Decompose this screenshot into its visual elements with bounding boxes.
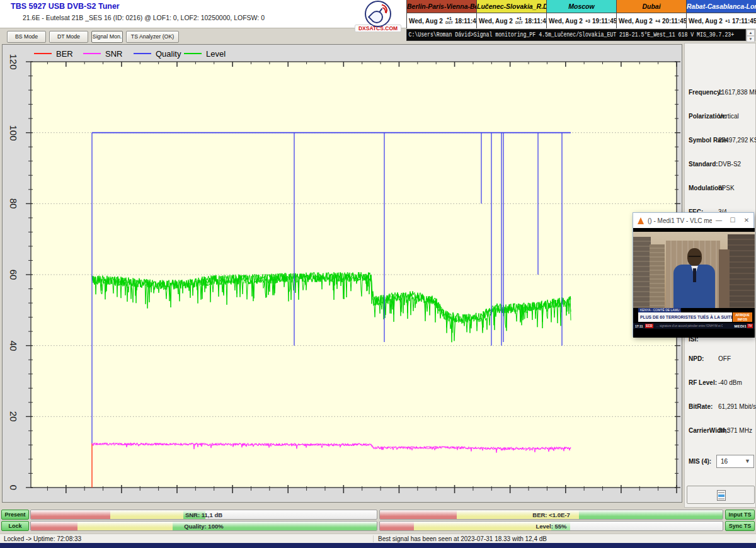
ticker-time: 17:11 — [635, 324, 643, 328]
clock-city-name: Lučenec-Slovakia_R.Dávid — [477, 0, 546, 13]
app-title: TBS 5927 USB DVB-S2 Tuner — [11, 2, 120, 11]
param-row-symbolrate: Symbol Rate:27497,292 KS/s — [685, 137, 756, 146]
clock-utc-offset: +1 — [725, 19, 730, 23]
mis-label: MIS (4): — [689, 458, 711, 465]
vlc-window-title: () - Medi1 TV - VLC medi... — [648, 217, 712, 224]
legend-item-snr: SNR — [83, 49, 122, 59]
vlc-cone-icon — [638, 217, 644, 224]
tab-dt-mode[interactable]: DT Mode — [49, 31, 88, 43]
clock-widget: Lučenec-Slovakia_R.Dávid Wed, Aug 2 +1DS… — [476, 0, 546, 28]
command-prompt-text: C:\Users\Roman Dávid>Signal monitoring_P… — [407, 30, 684, 40]
y-tick-label: 60 — [8, 270, 19, 280]
quality-bar: Quality: 100% — [30, 521, 377, 531]
present-button[interactable]: Present — [1, 510, 29, 520]
clock-date: Wed, Aug 2 — [619, 18, 653, 25]
legend-swatch — [34, 53, 52, 54]
clock-time-row: Wed, Aug 2 +1DST 18:11:45 — [477, 13, 546, 28]
legend-item-ber: BER — [34, 49, 73, 59]
mis-dropdown[interactable]: 16 ▼ — [716, 455, 754, 468]
input-ts-button[interactable]: Input TS — [725, 510, 755, 520]
status-bar: Locked -> Uptime: 72:08:33 Best signal h… — [0, 534, 756, 543]
clock-time-row: Wed, Aug 2 +1DST 18:11:45 — [407, 13, 476, 28]
clock-city-name: Moscow — [547, 0, 616, 13]
y-tick-label: 80 — [8, 198, 19, 209]
param-row-frequency: Frequency:11617,838 MHz — [685, 89, 756, 98]
param-row-carrierwidth: CarrierWidth:34,371 MHz — [685, 427, 756, 436]
clock-date: Wed, Aug 2 — [409, 18, 443, 25]
taskbar-strip — [0, 543, 756, 548]
tab-ts-analyzer-ok-[interactable]: TS Analyzer (OK) — [126, 31, 179, 43]
clock-utc-offset: +1DST — [445, 16, 453, 25]
lock-uptime-status: Locked -> Uptime: 72:08:33 — [4, 535, 81, 543]
clock-date: Wed, Aug 2 — [549, 18, 583, 25]
clock-time: 20:11:45 — [662, 18, 687, 25]
clock-time: 19:11:45 — [592, 18, 617, 25]
param-row-polarization: Polarization:Vertical — [685, 113, 756, 122]
stream-stack-icon — [717, 490, 726, 501]
clock-time-row: Wed, Aug 2 +3 19:11:45 — [547, 13, 616, 28]
clock-city-name: Berlin-Paris-Vienna-Belgrade — [407, 0, 476, 13]
vlc-region-strip: KENYA - COMTÉ DE LAMU — [638, 308, 681, 312]
vlc-afrique-infos-tag: AFRIQUEINFOS — [733, 312, 752, 322]
ticker-category-badge: ECO — [645, 324, 654, 328]
clock-time: 17:11:45 — [732, 18, 756, 25]
clock-time-row: Wed, Aug 2 +1 17:11:45 — [687, 13, 756, 28]
param-row-standard: Standard:DVB-S2 — [685, 161, 756, 169]
clock-widget: Dubai Wed, Aug 2 +4 20:11:45 — [616, 0, 686, 28]
vlc-headline-banner: PLUS DE 60 TERRORISTES TUÉS À LA SUITE D… — [638, 312, 732, 322]
clock-time-row: Wed, Aug 2 +4 20:11:45 — [617, 13, 686, 28]
legend-swatch — [83, 53, 101, 54]
satellite-dish-icon — [365, 1, 391, 27]
clock-utc-offset: +4 — [655, 19, 660, 23]
signal-monitor-chart: BERSNRQualityLevel 020406080100120 — [2, 44, 682, 503]
vlc-titlebar[interactable]: () - Medi1 TV - VLC medi... — ☐ ✕ — [633, 213, 753, 228]
snr-bar: SNR: 11,1 dB — [30, 510, 377, 520]
y-tick-label: 120 — [8, 54, 19, 69]
y-tick-label: 40 — [8, 340, 19, 351]
best-signal-status: Best signal has been seen at 2023-07-31 … — [378, 535, 547, 543]
news-studio-scene — [633, 232, 755, 308]
command-prompt[interactable]: C:\Users\Roman Dávid>Signal monitoring_P… — [406, 29, 746, 41]
legend-swatch — [184, 53, 202, 54]
sync-ts-button[interactable]: Sync TS — [725, 521, 755, 531]
y-tick-label: 0 — [8, 485, 19, 490]
param-row-rflevel: RF Level:-40 dBm — [685, 379, 756, 388]
transponder-subtitle: 21.6E - Eutelsat 21B _SES 16 (ID: 0216) … — [23, 14, 265, 21]
vlc-window: () - Medi1 TV - VLC medi... — ☐ ✕ KENYA … — [633, 212, 754, 337]
mode-tabs: BS ModeDT ModeSignal Mon.TS Analyzer (OK… — [0, 29, 406, 44]
scroll-up-icon[interactable]: ▲ — [747, 30, 755, 36]
dxsatcs-logo: DXSATCS.COM — [355, 1, 401, 36]
y-tick-label: 100 — [8, 125, 19, 140]
clock-utc-offset: +3 — [585, 19, 590, 23]
scroll-down-icon[interactable]: ▼ — [747, 36, 755, 42]
clock-date: Wed, Aug 2 — [689, 18, 723, 25]
tab-bs-mode[interactable]: BS Mode — [7, 31, 46, 43]
tab-signal-mon-[interactable]: Signal Mon. — [91, 31, 123, 43]
param-row-modulation: Modulation:8PSK — [685, 185, 756, 193]
console-scrollbar[interactable]: ▲ ▼ — [746, 29, 755, 41]
header: TBS 5927 USB DVB-S2 Tuner 21.6E - Eutels… — [0, 0, 408, 28]
chart-canvas — [3, 45, 683, 503]
ber-bar: BER: <1.0E-7 — [379, 510, 723, 520]
ticker-text: … signature d'un accord pétrolier entre … — [656, 324, 723, 328]
close-button[interactable]: ✕ — [740, 213, 753, 228]
vlc-video-area[interactable]: KENYA - COMTÉ DE LAMU PLUS DE 60 TERRORI… — [633, 228, 755, 338]
chevron-down-icon: ▼ — [745, 455, 750, 467]
legend-item-level: Level — [184, 49, 226, 59]
clock-widget: Berlin-Paris-Vienna-Belgrade Wed, Aug 2 … — [406, 0, 476, 28]
stream-list-button[interactable] — [687, 486, 755, 504]
param-row-npd: NPD:OFF — [685, 355, 756, 364]
legend-swatch — [134, 53, 151, 54]
minimize-button[interactable]: — — [712, 213, 726, 228]
legend-item-quality: Quality — [134, 49, 181, 59]
level-bar: Level: 55% — [379, 521, 723, 531]
lock-button[interactable]: Lock — [1, 521, 29, 531]
param-row-bitrate: BitRate:61,291 Mbit/s — [685, 403, 756, 412]
mis-selected-value: 16 — [721, 458, 728, 465]
clock-widget: Moscow Wed, Aug 2 +3 19:11:45 — [546, 0, 616, 28]
y-tick-label: 20 — [8, 411, 19, 422]
world-clocks: Berlin-Paris-Vienna-Belgrade Wed, Aug 2 … — [406, 0, 756, 28]
clock-date: Wed, Aug 2 — [479, 18, 513, 25]
clock-utc-offset: +1DST — [515, 16, 523, 25]
maximize-button[interactable]: ☐ — [726, 213, 740, 228]
